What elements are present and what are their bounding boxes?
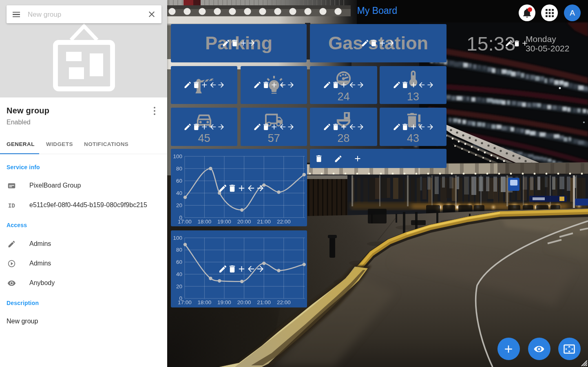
- svg-text:18:00: 18:00: [198, 219, 212, 225]
- svg-text:22:00: 22:00: [277, 219, 291, 225]
- svg-text:80: 80: [176, 166, 182, 172]
- svg-text:19:00: 19:00: [217, 219, 231, 225]
- svg-text:ID: ID: [8, 203, 15, 209]
- svg-text:18:00: 18:00: [198, 299, 212, 305]
- svg-text:100: 100: [173, 153, 182, 159]
- svg-text:21:00: 21:00: [257, 219, 271, 225]
- svg-text:20:00: 20:00: [237, 299, 251, 305]
- svg-text:100: 100: [173, 235, 182, 241]
- svg-text:17:00: 17:00: [178, 299, 192, 305]
- svg-text:21:00: 21:00: [257, 299, 271, 305]
- svg-text:20: 20: [176, 283, 182, 290]
- svg-text:20: 20: [176, 202, 182, 208]
- svg-text:60: 60: [176, 178, 182, 184]
- svg-text:17:00: 17:00: [178, 219, 192, 225]
- svg-text:80: 80: [176, 247, 182, 253]
- svg-text:40: 40: [176, 271, 182, 277]
- svg-text:20:00: 20:00: [237, 219, 251, 225]
- svg-text:60: 60: [176, 259, 182, 265]
- svg-text:19:00: 19:00: [217, 299, 231, 305]
- svg-text:40: 40: [176, 190, 182, 196]
- svg-text:22:00: 22:00: [277, 299, 291, 305]
